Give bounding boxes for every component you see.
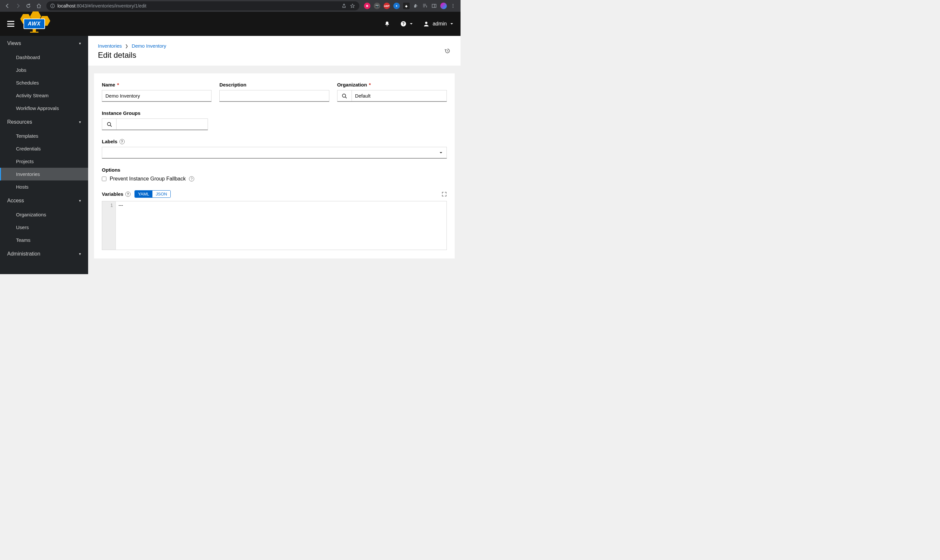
nav-section-resources[interactable]: Resources ▾	[0, 115, 88, 129]
svg-point-11	[342, 94, 346, 97]
nav-item-projects[interactable]: Projects	[0, 155, 88, 168]
extension-icon[interactable]: ●	[393, 3, 400, 9]
organization-label: Organization*	[337, 82, 447, 88]
nav-item-jobs[interactable]: Jobs	[0, 64, 88, 76]
nav-item-workflow-approvals[interactable]: Workflow Approvals	[0, 102, 88, 115]
caret-down-icon	[439, 151, 443, 154]
browser-back-button[interactable]	[5, 3, 11, 9]
json-toggle[interactable]: JSON	[152, 191, 170, 197]
svg-point-10	[425, 22, 428, 24]
instance-groups-lookup-button[interactable]	[102, 119, 117, 129]
prevent-fallback-checkbox[interactable]	[102, 177, 106, 181]
nav-toggle-button[interactable]	[7, 21, 14, 27]
help-icon[interactable]: ?	[189, 176, 194, 182]
url-path: /#/inventories/inventory/1/edit	[87, 3, 146, 8]
page-header: Inventories ❯ Demo Inventory Edit detail…	[88, 36, 460, 66]
app-header: AWX ? admin	[0, 12, 460, 36]
breadcrumb: Inventories ❯ Demo Inventory	[98, 43, 451, 49]
labels-label: Labels ?	[102, 139, 447, 144]
labels-select[interactable]	[102, 147, 447, 158]
nav-section-administration[interactable]: Administration ▾	[0, 246, 88, 262]
browser-forward-button[interactable]	[15, 3, 21, 9]
svg-point-13	[108, 122, 111, 126]
browser-home-button[interactable]	[36, 3, 42, 9]
browser-reload-button[interactable]	[25, 3, 31, 9]
nav-item-credentials[interactable]: Credentials	[0, 142, 88, 155]
search-icon	[107, 122, 112, 127]
breadcrumb-current[interactable]: Demo Inventory	[132, 43, 166, 49]
nav-item-hosts[interactable]: Hosts	[0, 180, 88, 193]
variables-label: Variables ?	[102, 191, 131, 197]
search-icon	[342, 93, 347, 98]
chevron-down-icon: ▾	[79, 252, 81, 256]
extension-icon[interactable]: ⊕	[364, 3, 371, 9]
svg-text:?: ?	[402, 22, 405, 26]
editor-gutter: 1	[102, 202, 116, 250]
sidebar-nav: Views ▾ Dashboard Jobs Schedules Activit…	[0, 36, 88, 274]
description-label: Description	[219, 82, 329, 88]
url-host: localhost	[57, 3, 75, 8]
organization-value: Default	[352, 91, 446, 101]
extension-abp-icon[interactable]: ABP	[383, 3, 390, 9]
nav-item-dashboard[interactable]: Dashboard	[0, 51, 88, 64]
name-input[interactable]	[102, 91, 211, 101]
nav-item-inventories[interactable]: Inventories	[0, 168, 88, 180]
help-menu[interactable]: ?	[400, 21, 413, 27]
svg-point-6	[453, 6, 453, 6]
svg-point-5	[453, 4, 453, 5]
browser-toolbar: localhost :8043 /#/inventories/inventory…	[0, 0, 460, 12]
name-label: Name*	[102, 82, 211, 88]
breadcrumb-root[interactable]: Inventories	[98, 43, 122, 49]
edit-form: Name* Description Organization* Default	[94, 74, 455, 258]
nav-item-users[interactable]: Users	[0, 221, 88, 234]
page-title: Edit details	[98, 51, 451, 60]
nav-item-teams[interactable]: Teams	[0, 234, 88, 246]
yaml-toggle[interactable]: YAML	[135, 191, 152, 197]
editor-content[interactable]: ---	[116, 202, 446, 250]
help-icon[interactable]: ?	[120, 139, 125, 144]
instance-groups-label: Instance Groups	[102, 110, 208, 116]
svg-rect-2	[52, 6, 52, 7]
prevent-fallback-label: Prevent Instance Group Fallback	[110, 176, 186, 182]
expand-editor-button[interactable]	[442, 192, 447, 197]
help-icon: ?	[400, 21, 406, 27]
organization-lookup-button[interactable]	[337, 91, 352, 101]
nav-item-organizations[interactable]: Organizations	[0, 208, 88, 221]
caret-down-icon	[450, 22, 453, 25]
nav-item-schedules[interactable]: Schedules	[0, 76, 88, 89]
url-port: :8043	[75, 3, 87, 8]
profile-avatar[interactable]	[440, 3, 447, 9]
extensions-puzzle-icon[interactable]	[413, 3, 419, 9]
nav-item-activity-stream[interactable]: Activity Stream	[0, 89, 88, 102]
user-menu[interactable]: admin	[423, 21, 453, 27]
history-icon[interactable]	[444, 48, 451, 54]
main-content: Inventories ❯ Demo Inventory Edit detail…	[88, 36, 460, 274]
browser-menu-icon[interactable]	[450, 3, 456, 9]
username-label: admin	[432, 21, 447, 27]
extension-icon[interactable]: ◆	[403, 3, 409, 9]
instance-groups-value	[117, 119, 208, 129]
svg-point-1	[52, 5, 53, 5]
svg-point-7	[453, 7, 453, 8]
variables-editor[interactable]: 1 ---	[102, 201, 447, 250]
chevron-down-icon: ▾	[79, 120, 81, 124]
site-info-icon[interactable]	[50, 4, 55, 8]
nav-item-templates[interactable]: Templates	[0, 129, 88, 142]
browser-url-bar[interactable]: localhost :8043 /#/inventories/inventory…	[46, 1, 359, 11]
browser-extensions: ⊕ 📷 ABP ● ◆	[362, 3, 458, 9]
chevron-down-icon: ▾	[79, 198, 81, 203]
extension-icon[interactable]: 📷	[374, 3, 380, 9]
user-icon	[423, 21, 429, 27]
reading-list-icon[interactable]	[422, 3, 428, 9]
notifications-bell-icon[interactable]	[384, 21, 390, 27]
nav-section-views[interactable]: Views ▾	[0, 36, 88, 51]
help-icon[interactable]: ?	[125, 192, 131, 197]
caret-down-icon	[409, 22, 413, 25]
nav-section-access[interactable]: Access ▾	[0, 193, 88, 208]
description-input[interactable]	[220, 91, 329, 101]
awx-logo[interactable]: AWX	[20, 14, 52, 34]
chevron-right-icon: ❯	[125, 44, 128, 48]
panel-icon[interactable]	[431, 3, 437, 9]
bookmark-star-icon[interactable]	[349, 3, 355, 9]
share-icon[interactable]	[341, 3, 347, 9]
